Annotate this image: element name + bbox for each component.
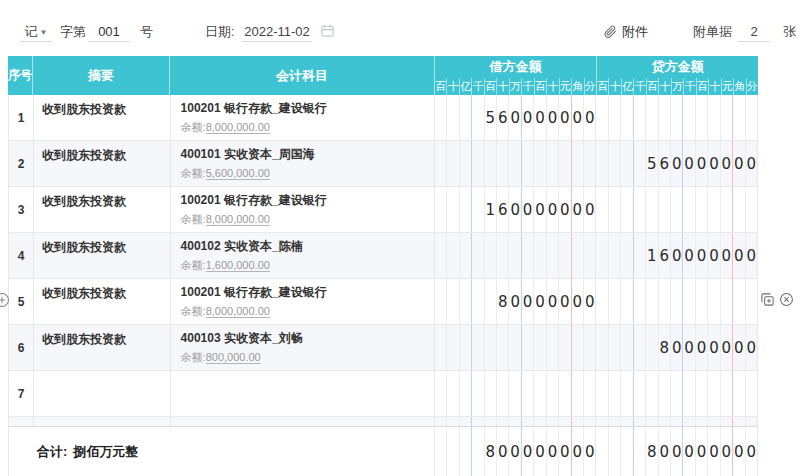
amount-digit-cell: 0 — [696, 427, 708, 476]
amount-digit-cell — [522, 233, 534, 278]
balance-value: 8,000,000.00 — [206, 305, 270, 318]
credit-amount-cell[interactable] — [596, 371, 757, 416]
debit-amount-cell[interactable] — [435, 325, 597, 370]
amount-digit-cell — [485, 371, 497, 416]
amount-digit-cell — [696, 95, 708, 140]
amount-digit-cell — [572, 233, 584, 278]
row-number: 5 — [9, 279, 34, 324]
voucher-word-select[interactable]: 记▼ — [20, 22, 52, 42]
summary-cell[interactable]: 收到股东投资款 — [34, 187, 171, 232]
date-input[interactable]: 2022-11-02 — [242, 22, 312, 42]
add-row-button[interactable] — [0, 292, 10, 311]
account-cell[interactable]: 400101 实收资本_周国海余额:5,600,000.00 — [171, 141, 435, 186]
delete-row-button[interactable] — [779, 292, 794, 307]
credit-amount-cell[interactable]: 560000000 — [596, 141, 757, 186]
credit-amount-cell[interactable] — [596, 95, 757, 140]
amount-digit-cell — [472, 325, 484, 370]
amount-digit-cell: 6 — [497, 187, 509, 232]
debit-amount-cell[interactable]: 560000000 — [435, 95, 597, 140]
amount-digit-cell — [621, 427, 633, 476]
digit-column-label: 十 — [497, 78, 509, 95]
digit-column-label: 亿 — [460, 78, 472, 95]
credit-amount-cell[interactable]: 160000000 — [596, 233, 757, 278]
account-cell[interactable]: 400103 实收资本_刘畅余额:800,000.00 — [171, 325, 435, 370]
amount-digit-cell — [472, 187, 484, 232]
credit-digit-columns: 百十亿千百十万千百十元角分 — [597, 78, 758, 95]
digit-column-label: 分 — [747, 78, 758, 95]
amount-digit-cell: 0 — [721, 427, 733, 476]
amount-digit-cell — [609, 233, 621, 278]
amount-digit-cell — [634, 279, 646, 324]
amount-digit-cell — [472, 141, 484, 186]
amount-digit-cell — [596, 371, 608, 416]
attachment-label: 附件 — [622, 22, 648, 42]
amount-digit-cell — [509, 141, 521, 186]
summary-cell[interactable]: 收到股东投资款 — [34, 325, 171, 370]
amount-digit-cell — [659, 417, 671, 426]
account-name: 100201 银行存款_建设银行 — [181, 100, 424, 117]
balance-value: 1,600,000.00 — [206, 259, 270, 272]
digit-column-label: 千 — [634, 78, 646, 95]
voucher-topbar: 记▼ 字第 001 号 日期: 2022-11-02 附件 附单据 2 张 — [0, 0, 800, 56]
account-cell[interactable]: 400102 实收资本_陈楠余额:1,600,000.00 — [171, 233, 435, 278]
summary-cell[interactable]: 收到股东投资款 — [34, 233, 171, 278]
amount-digit-cell — [522, 417, 534, 426]
amount-digit-cell — [534, 371, 546, 416]
amount-digit-cell: 0 — [671, 427, 683, 476]
summary-cell[interactable]: 收到股东投资款 — [34, 141, 171, 186]
amount-digit-cell — [559, 325, 571, 370]
amount-digit-cell — [509, 371, 521, 416]
partial-row — [9, 417, 757, 426]
summary-cell[interactable]: 收到股东投资款 — [34, 279, 171, 324]
voucher-row: 5收到股东投资款100201 银行存款_建设银行余额:8,000,000.008… — [9, 279, 757, 325]
account-cell[interactable]: 100201 银行存款_建设银行余额:8,000,000.00 — [171, 95, 435, 140]
digit-column-label: 万 — [672, 78, 684, 95]
summary-cell[interactable]: 收到股东投资款 — [34, 95, 171, 140]
row-number: 1 — [9, 95, 34, 140]
copy-row-button[interactable] — [760, 292, 775, 307]
slip-count-input[interactable]: 2 — [738, 22, 770, 42]
credit-amount-cell[interactable]: 80000000 — [596, 325, 757, 370]
debit-amount-cell[interactable] — [435, 233, 597, 278]
amount-digit-cell — [708, 95, 720, 140]
digit-column-label: 百 — [435, 78, 447, 95]
credit-amount-cell[interactable] — [596, 187, 757, 232]
amount-digit-cell — [572, 325, 584, 370]
debit-amount-cell[interactable] — [435, 371, 597, 416]
total-label-cell: 合计: 捌佰万元整 — [9, 427, 435, 476]
credit-amount-cell[interactable] — [596, 279, 757, 324]
debit-amount-cell[interactable]: 160000000 — [435, 187, 597, 232]
digit-column-label: 百 — [485, 78, 497, 95]
amount-digit-cell — [472, 427, 484, 476]
amount-digit-cell: 0 — [721, 233, 733, 278]
calendar-icon[interactable] — [320, 23, 335, 41]
voucher-row: 6收到股东投资款400103 实收资本_刘畅余额:800,000.0080000… — [9, 325, 757, 371]
total-row: 合计: 捌佰万元整 800000000 800000000 — [8, 426, 758, 476]
amount-digit-cell — [634, 325, 646, 370]
account-balance: 余额:8,000,000.00 — [181, 304, 424, 319]
amount-digit-cell — [609, 325, 621, 370]
amount-digit-cell: 0 — [696, 141, 708, 186]
attachment-button[interactable]: 附件 — [603, 22, 648, 42]
amount-digit-cell: 0 — [733, 233, 745, 278]
chevron-down-icon: ▼ — [40, 28, 48, 37]
voucher-table: 序号 摘要 会计科目 借方金额 百十亿千百十万千百十元角分 贷方金额 百十亿千百… — [8, 56, 758, 476]
amount-digit-cell — [460, 325, 472, 370]
amount-digit-cell: 0 — [746, 325, 757, 370]
amount-digit-cell — [721, 187, 733, 232]
debit-amount-cell[interactable]: 80000000 — [435, 279, 597, 324]
total-credit-cell: 800000000 — [596, 427, 757, 476]
amount-digit-cell: 0 — [559, 187, 571, 232]
summary-cell[interactable] — [34, 371, 171, 416]
account-cell[interactable] — [171, 371, 435, 416]
amount-digit-cell — [733, 371, 745, 416]
account-cell[interactable]: 100201 银行存款_建设银行余额:8,000,000.00 — [171, 279, 435, 324]
amount-digit-cell — [683, 95, 695, 140]
voucher-row: 2收到股东投资款400101 实收资本_周国海余额:5,600,000.0056… — [9, 141, 757, 187]
account-cell[interactable]: 100201 银行存款_建设银行余额:8,000,000.00 — [171, 187, 435, 232]
amount-digit-cell — [683, 187, 695, 232]
debit-amount-cell[interactable] — [435, 141, 597, 186]
amount-digit-cell: 0 — [683, 325, 695, 370]
voucher-number-input[interactable]: 001 — [88, 22, 130, 42]
amount-digit-cell — [497, 325, 509, 370]
